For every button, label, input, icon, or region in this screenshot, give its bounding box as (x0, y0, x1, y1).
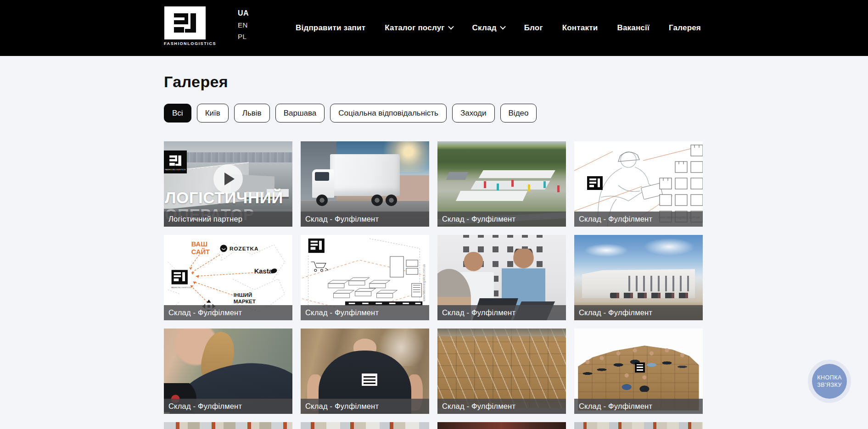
contact-label-line1: КНОПКА (817, 374, 842, 381)
site-header: FASHIONLOGISTICS UAENPL Відправити запит… (0, 0, 868, 56)
nav-item-2[interactable]: Склад (472, 23, 505, 33)
gallery-thumbnail-racks-aisle (164, 422, 292, 429)
gallery-item-caption: Склад - Фулфілмент (574, 399, 703, 414)
gallery-item-1[interactable]: Склад - Фулфілмент (301, 141, 429, 227)
gallery-item-14[interactable] (437, 422, 566, 429)
contact-bubble-button[interactable]: КНОПКА ЗВ'ЯЗКУ (808, 360, 851, 403)
gallery-thumbnail-racks-dark (437, 422, 566, 429)
video-logo-badge: FASHIONLOGISTICS (164, 150, 187, 173)
gallery-item-6[interactable]: Склад - Фулфілмент (437, 235, 566, 320)
language-switcher: UAENPL (238, 9, 249, 40)
gallery-grid: FASHIONLOGISTICSЛОГІСТИЧНИЙОПЕРАТОРЛогіс… (164, 141, 703, 429)
chevron-down-icon (500, 23, 506, 29)
contact-label-line2: ЗВ'ЯЗКУ (817, 381, 842, 389)
gallery-item-10[interactable]: Склад - Фулфілмент (437, 329, 566, 414)
gallery-item-caption: Логістичний партнер (164, 212, 292, 227)
nav-item-label: Галерея (669, 23, 701, 33)
gallery-item-15[interactable] (574, 422, 703, 429)
brand-logo-mark (164, 6, 206, 39)
chevron-down-icon (448, 23, 454, 29)
filter-button-1[interactable]: Київ (197, 104, 229, 123)
gallery-item-9[interactable]: Склад - Фулфілмент (301, 329, 429, 414)
filter-button-0[interactable]: Всі (164, 104, 191, 123)
nav-item-3[interactable]: Блог (524, 23, 543, 33)
gallery-item-caption: Склад - Фулфілмент (164, 399, 292, 414)
svg-text:FASHIONLOGISTICS: FASHIONLOGISTICS (171, 286, 191, 289)
language-option-pl[interactable]: PL (238, 33, 249, 40)
svg-text:МАРКЕТ: МАРКЕТ (234, 298, 256, 304)
svg-text:ВАШ: ВАШ (191, 240, 207, 248)
filter-button-5[interactable]: Заходи (452, 104, 495, 123)
filter-button-6[interactable]: Відео (500, 104, 537, 123)
nav-item-label: Контакти (562, 23, 598, 33)
nav-item-4[interactable]: Контакти (562, 23, 598, 33)
gallery-item-caption: Склад - Фулфілмент (301, 399, 429, 414)
brand-logo[interactable]: FASHIONLOGISTICS (164, 6, 206, 46)
gallery-item-caption: Склад - Фулфілмент (574, 212, 703, 227)
gallery-item-7[interactable]: Склад - Фулфілмент (574, 235, 703, 320)
svg-text:www.fashionlogistics.com.ua: www.fashionlogistics.com.ua (422, 264, 426, 301)
nav-item-1[interactable]: Каталог послуг (385, 23, 453, 33)
filter-button-3[interactable]: Варшава (275, 104, 325, 123)
gallery-item-13[interactable] (301, 422, 429, 429)
svg-text:ROZETKA: ROZETKA (230, 245, 259, 251)
gallery-item-12[interactable] (164, 422, 292, 429)
gallery-thumbnail-racks-worker-2 (574, 422, 703, 429)
nav-item-label: Каталог послуг (385, 23, 444, 33)
nav-item-0[interactable]: Відправити запит (296, 23, 365, 33)
main-nav: Відправити запитКаталог послугСкладБлогК… (296, 0, 701, 56)
gallery-page: Галерея ВсіКиївЛьвівВаршаваСоціальна від… (164, 73, 703, 429)
language-option-en[interactable]: EN (238, 21, 249, 29)
nav-item-6[interactable]: Галерея (669, 23, 701, 33)
gallery-item-11[interactable]: Склад - Фулфілмент (574, 329, 703, 414)
gallery-item-caption: Склад - Фулфілмент (437, 212, 566, 227)
gallery-item-0[interactable]: FASHIONLOGISTICSЛОГІСТИЧНИЙОПЕРАТОРЛогіс… (164, 141, 292, 227)
gallery-item-2[interactable]: Склад - Фулфілмент (437, 141, 566, 227)
gallery-item-4[interactable]: ВАШ САЙТ ROZETKA Kasta ІНШИЙ МАРКЕТ FASH… (164, 235, 292, 320)
nav-item-label: Відправити запит (296, 23, 365, 33)
nav-item-label: Блог (524, 23, 543, 33)
gallery-item-caption: Склад - Фулфілмент (301, 212, 429, 227)
filter-button-2[interactable]: Львів (234, 104, 270, 123)
filter-button-4[interactable]: Соціальна відповідальність (330, 104, 447, 123)
gallery-item-8[interactable]: Склад - Фулфілмент (164, 329, 292, 414)
nav-item-label: Вакансії (617, 23, 650, 33)
gallery-item-caption: Склад - Фулфілмент (574, 305, 703, 320)
language-option-ua[interactable]: UA (238, 9, 249, 17)
gallery-thumbnail-racks-worker (301, 422, 429, 429)
gallery-item-caption: Склад - Фулфілмент (437, 305, 566, 320)
brand-name: FASHIONLOGISTICS (164, 41, 206, 46)
gallery-item-3[interactable]: www.fashionlogistics.com.ua Склад - Фулф… (574, 141, 703, 227)
svg-text:САЙТ: САЙТ (191, 248, 210, 256)
gallery-item-5[interactable]: www.fashionlogistics.com.ua Склад - Фулф… (301, 235, 429, 320)
contact-bubble-label: КНОПКА ЗВ'ЯЗКУ (812, 364, 847, 399)
svg-text:Kasta: Kasta (254, 267, 273, 275)
filter-bar: ВсіКиївЛьвівВаршаваСоціальна відповідаль… (164, 104, 703, 123)
svg-text:ІНШИЙ: ІНШИЙ (234, 292, 252, 298)
nav-item-5[interactable]: Вакансії (617, 23, 650, 33)
video-logo-badge-text: FASHIONLOGISTICS (165, 168, 185, 171)
gallery-item-caption: Склад - Фулфілмент (301, 305, 429, 320)
page-title: Галерея (164, 73, 703, 91)
gallery-item-caption: Склад - Фулфілмент (437, 399, 566, 414)
play-icon[interactable] (213, 164, 243, 194)
nav-item-label: Склад (472, 23, 497, 33)
gallery-item-caption: Склад - Фулфілмент (164, 305, 292, 320)
